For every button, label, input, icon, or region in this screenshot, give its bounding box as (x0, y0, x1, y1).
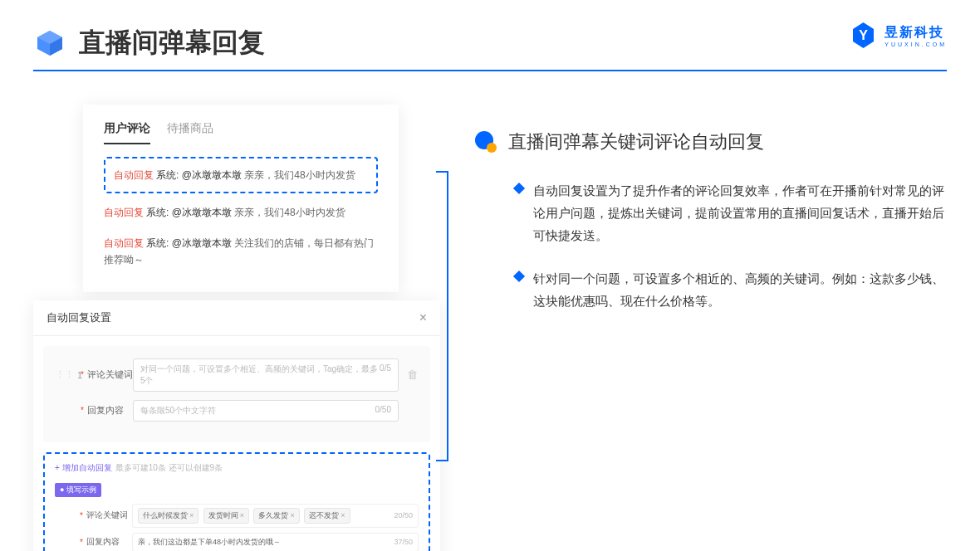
tab-products[interactable]: 待播商品 (167, 121, 213, 144)
ex-content-label: 回复内容 (86, 536, 132, 548)
logo-main-text: 昱新科技 (884, 24, 947, 41)
comment-item: 自动回复系统: @冰墩墩本墩 亲亲，我们48小时内发货 (104, 197, 378, 227)
example-section: + 增加自动回复 最多可建10条 还可以创建9条 ● 填写示例 * 评论关键词 … (43, 452, 430, 551)
required-marker: * (81, 370, 84, 379)
diamond-icon (513, 271, 525, 282)
settings-title: 自动回复设置 (47, 310, 111, 325)
row-index: ⋮⋮1 (56, 369, 81, 380)
bullet-item: 针对同一个问题，可设置多个相近的、高频的关键词。例如：这款多少钱、这块能优惠吗、… (515, 267, 947, 312)
ex-keyword-label: 评论关键词 (86, 510, 132, 521)
logo-sub-text: YUUXIN.COM (884, 41, 947, 47)
ex-keyword-input[interactable]: 什么时候发货× 发货时间× 多久发货× 迟不发货× 20/50 (132, 504, 419, 528)
cube-icon (33, 27, 66, 60)
logo-icon: Y (849, 21, 878, 50)
delete-icon[interactable]: 🗑 (407, 368, 418, 381)
close-icon[interactable]: × (419, 310, 427, 325)
connector-line (436, 171, 448, 461)
required-marker: * (81, 406, 84, 415)
keyword-input[interactable]: 对同一个问题，可设置多个相近、高频的关键词，Tag确定，最多5个 0/5 (133, 358, 399, 392)
svg-point-5 (487, 143, 497, 153)
chat-bubble-icon (473, 129, 498, 154)
comment-item: 自动回复系统: @冰墩墩本墩 关注我们的店铺，每日都有热门推荐呦～ (104, 228, 378, 276)
content-input[interactable]: 每条限50个中文字符 0/50 (133, 400, 399, 422)
add-auto-reply-link[interactable]: + 增加自动回复 最多可建10条 还可以创建9条 (55, 462, 419, 474)
drag-icon: ⋮⋮ (56, 369, 74, 380)
tab-user-comments[interactable]: 用户评论 (104, 121, 150, 144)
page-title: 直播间弹幕回复 (79, 25, 265, 61)
comment-panel: 用户评论 待播商品 自动回复系统: @冰墩墩本墩 亲亲，我们48小时内发货 自动… (83, 105, 399, 292)
divider (33, 70, 947, 71)
settings-panel: 自动回复设置 × ⋮⋮1 * 评论关键词 对同一个问题，可设置多个相近、高频的关… (33, 300, 440, 551)
svg-text:Y: Y (859, 28, 868, 42)
brand-logo: Y 昱新科技 YUUXIN.COM (849, 21, 947, 50)
feature-title: 直播间弹幕关键词评论自动回复 (508, 129, 764, 154)
bullet-item: 自动回复设置为了提升作者的评论回复效率，作者可在开播前针对常见的评论用户问题，提… (515, 179, 947, 246)
ex-content-input[interactable]: 亲，我们这边都是下单48小时内发货的哦～ 37/50 (132, 533, 419, 551)
example-badge: ● 填写示例 (55, 483, 101, 497)
content-label: 回复内容 (87, 404, 133, 417)
comment-highlighted: 自动回复系统: @冰墩墩本墩 亲亲，我们48小时内发货 (104, 157, 378, 193)
diamond-icon (513, 183, 525, 194)
keyword-label: 评论关键词 (87, 368, 133, 381)
